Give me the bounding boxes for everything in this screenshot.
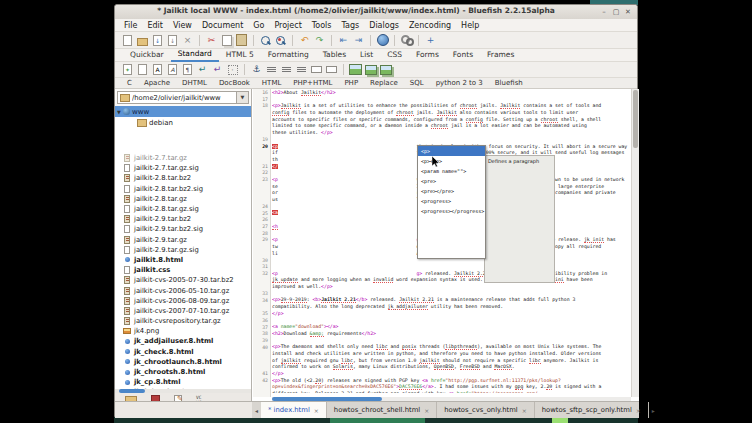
preferences-gears-icon[interactable] (400, 34, 413, 47)
file-list-item[interactable]: jk4.png (115, 326, 251, 336)
menu-edit[interactable]: Edit (142, 21, 168, 30)
quickbar-tab-css[interactable]: CSS (380, 49, 409, 61)
redo-icon[interactable]: ↷ (313, 34, 326, 47)
menu-zencoding[interactable]: Zencoding (404, 21, 456, 30)
hrule-icon[interactable] (265, 63, 278, 76)
language-tab-php[interactable]: PHP (338, 79, 364, 87)
editor-vscrollbar[interactable] (631, 89, 639, 397)
navigate-icon[interactable]: + (424, 34, 437, 47)
code-line[interactable]: <p>Jailkit is a set of utilities to enha… (272, 103, 631, 110)
language-tab-docbook[interactable]: DocBook (213, 79, 256, 87)
file-list-item[interactable]: jk_check.8.html (115, 347, 251, 357)
autocomplete-item[interactable]: <pre> (418, 176, 485, 186)
language-tab-python-2-to-3[interactable]: python 2 to 3 (430, 79, 489, 87)
code-line[interactable]: <p>The daemons and shells only need libc… (272, 344, 631, 351)
tab-close-icon[interactable]: × (636, 407, 641, 414)
anchor-icon[interactable]: ⚓ (250, 63, 263, 76)
nbsp-icon[interactable]: · (226, 63, 239, 76)
language-tab-apache[interactable]: Apache (138, 79, 176, 87)
quickbar-tab-formatting[interactable]: Formatting (261, 49, 316, 61)
document-tab[interactable]: * index.html× (261, 402, 327, 418)
file-list-item[interactable]: jailkit-2.9.tar.bz2 (115, 214, 251, 224)
code-line[interactable]: these utilities. </p> (272, 130, 631, 137)
italic-icon[interactable]: A (166, 63, 179, 76)
file-list-item[interactable]: jailkit-cvs-2007-07-10.tar.gz (115, 306, 251, 316)
file-list-item[interactable]: jailkit-cvs-2006-05-10.tar.gz (115, 285, 251, 295)
language-tab-c[interactable]: C (121, 79, 138, 87)
code-line[interactable]: <p>29-9-2019: <b>Jailkit 2.21</b> releas… (272, 297, 631, 304)
quickbar-tab-forms[interactable]: Forms (409, 49, 446, 61)
code-editor[interactable]: 1617181920212223242526272829303132333435… (253, 89, 639, 401)
combo-dropdown-arrow[interactable]: ▼ (236, 92, 248, 103)
file-list-item[interactable]: jailkit-2.8.tar.bz2.sig (115, 184, 251, 194)
tree-expander-icon[interactable]: ▼ (115, 109, 123, 115)
file-list-item[interactable]: jailkit-2.7.tar.gz.sig (115, 163, 251, 173)
language-tab-replace[interactable]: Replace (364, 79, 404, 87)
new-doc-icon[interactable] (121, 34, 134, 47)
close-doc-icon[interactable]: × (181, 34, 194, 47)
language-tab-sql[interactable]: SQL (404, 79, 430, 87)
directory-combo[interactable]: /home2/olivier/jailkit/www ▼ (117, 91, 249, 104)
indent-icon[interactable]: ⇥ (352, 34, 365, 47)
break-clear-icon[interactable]: ↵ (211, 63, 224, 76)
autocomplete-item[interactable]: <p></p> (418, 156, 485, 166)
menu-help[interactable]: Help (456, 21, 484, 30)
document-tab[interactable]: howtos_chroot_shell.html× (327, 402, 437, 418)
code-line[interactable]: limited to some specific command, or a d… (272, 123, 631, 130)
file-list-item[interactable]: jailkit-2.7.tar.gz (115, 153, 251, 163)
titlebar[interactable]: * Jailkit local WWW - index.html (/home2… (115, 5, 637, 20)
paste-icon[interactable] (235, 34, 248, 47)
image-icon[interactable] (349, 63, 362, 76)
paragraph-icon[interactable]: ¶ (181, 63, 194, 76)
file-list-item[interactable]: jailkit-2.8.tar.bz2 (115, 173, 251, 183)
code-line[interactable]: </p> (272, 311, 631, 318)
code-line[interactable]: op=vindex&fingerprint=on&search=0xDAC576… (272, 384, 631, 391)
code-line[interactable]: different key. Releases 2.21 and further… (272, 391, 631, 393)
bold-icon[interactable]: A (151, 63, 164, 76)
code-line[interactable] (272, 264, 631, 271)
autocomplete-item[interactable]: <progress></progress> (418, 206, 485, 216)
file-list-item[interactable]: jk_cp.8.html (115, 377, 251, 387)
center-icon[interactable] (280, 63, 293, 76)
code-line[interactable]: <a name="download"></a> (272, 324, 631, 331)
menu-dialogs[interactable]: Dialogs (364, 21, 404, 30)
undo-icon[interactable]: ↶ (298, 34, 311, 47)
file-list-item[interactable]: jailkit-cvsrepository.tar.gz (115, 316, 251, 326)
body-icon[interactable] (136, 63, 149, 76)
code-line[interactable]: </p> (272, 371, 631, 378)
browser-preview-icon[interactable] (376, 34, 389, 47)
unindent-icon[interactable]: ⇤ (337, 34, 350, 47)
line-break-icon[interactable]: ↵ (196, 63, 209, 76)
code-line[interactable]: jk_update and more logging when an inval… (272, 277, 631, 284)
code-line[interactable]: install and check utilities are written … (272, 351, 631, 358)
autocomplete-item[interactable]: <p> (418, 146, 485, 156)
code-line[interactable]: improved as well.</p> (272, 284, 631, 291)
code-line[interactable] (272, 291, 631, 298)
quickbar-tab-tables[interactable]: Tables (316, 49, 353, 61)
tree-item-debian[interactable]: debian (115, 117, 251, 128)
menu-document[interactable]: Document (197, 21, 248, 30)
file-list-item[interactable]: jailkit-2.8.tar.gz (115, 194, 251, 204)
code-line[interactable]: <p g> released. Jailkit 2.22 fixes a pyt… (272, 271, 631, 278)
close-button[interactable]: ✕ (623, 7, 633, 17)
thumbnail-icon[interactable] (364, 63, 377, 76)
file-list-item[interactable]: jk_addjailuser.8.html (115, 336, 251, 346)
quickbar-tab-html-5[interactable]: HTML 5 (219, 49, 261, 61)
tab-scroll-right-icon[interactable]: ▸ (649, 402, 658, 418)
file-list-item[interactable]: jk_chrootsh.8.html (115, 367, 251, 377)
language-tab-php+html[interactable]: PHP+HTML (287, 79, 338, 87)
code-line[interactable] (272, 317, 631, 324)
editor-vscroll-thumb[interactable] (633, 90, 638, 148)
code-line[interactable]: <h2>About Jailkit</h2> (272, 90, 631, 97)
quickbar-tab-list[interactable]: List (353, 49, 380, 61)
tab-scroll-left-icon[interactable]: ◂ (252, 402, 261, 418)
code-line[interactable]: compatibility. Also the long deprecated … (272, 304, 631, 311)
language-tab-dhtml[interactable]: DHTML (176, 79, 213, 87)
menu-file[interactable]: File (119, 21, 142, 30)
tab-close-icon[interactable]: × (314, 407, 319, 414)
file-list-item[interactable]: jailkit-cvs-2006-08-09.tar.gz (115, 296, 251, 306)
code-line[interactable] (272, 337, 631, 344)
file-list-item[interactable]: jailkit-2.8.tar.gz.sig (115, 204, 251, 214)
language-tab-html[interactable]: HTML (256, 79, 287, 87)
file-list-item[interactable]: jailkit.css (115, 265, 251, 275)
